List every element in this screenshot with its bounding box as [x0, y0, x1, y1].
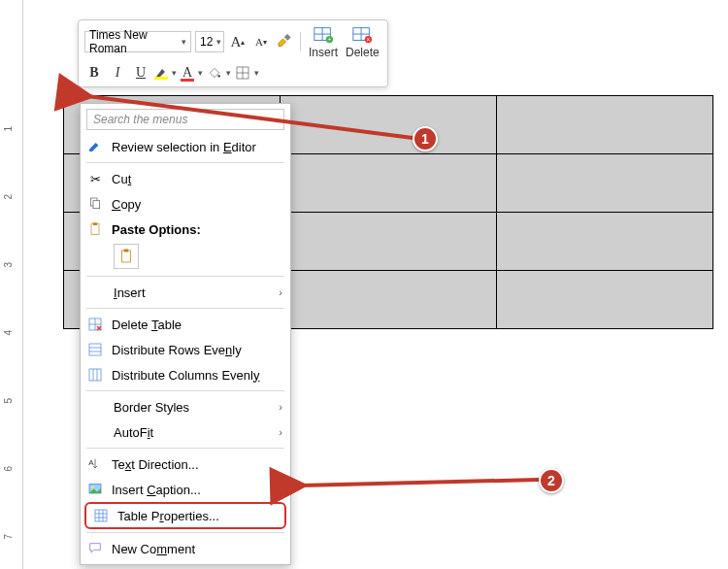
- distribute-rows-icon: [86, 341, 104, 358]
- scissors-icon: ✂: [86, 170, 104, 187]
- menu-label: Table Properties...: [117, 509, 219, 523]
- menu-label: Copy: [112, 197, 141, 212]
- menu-table-properties[interactable]: Table Properties...: [84, 502, 286, 529]
- mini-toolbar: Times New Roman ▾ 12 ▾ A▴ A▾ + Insert × …: [78, 19, 388, 87]
- distribute-cols-icon: [86, 366, 104, 384]
- menu-delete-table[interactable]: Delete Table: [81, 312, 290, 337]
- pen-icon: [86, 138, 104, 155]
- context-menu: Search the menus Review selection in Edi…: [80, 103, 291, 565]
- svg-rect-19: [124, 250, 129, 252]
- font-size-select[interactable]: 12 ▾: [195, 31, 224, 52]
- chevron-down-icon: ▾: [182, 37, 186, 47]
- svg-text:×: ×: [367, 36, 371, 43]
- callout-badge-2: 2: [539, 468, 564, 493]
- ruler-tick: 7: [3, 534, 14, 540]
- svg-rect-16: [91, 224, 99, 235]
- menu-label: Border Styles: [114, 400, 189, 415]
- menu-review-editor[interactable]: Review selection in Editor: [81, 134, 290, 159]
- chevron-down-icon: ▾: [172, 68, 177, 78]
- table-move-handle[interactable]: ✥: [66, 87, 80, 101]
- table-delete-icon: ×: [351, 24, 373, 46]
- paste-options-row: [81, 242, 290, 273]
- shrink-font-button[interactable]: A▾: [251, 32, 271, 51]
- svg-rect-25: [89, 344, 101, 355]
- menu-separator: [86, 390, 284, 391]
- table-insert-icon: +: [313, 24, 334, 46]
- menu-distribute-rows[interactable]: Distribute Rows Evenly: [81, 337, 290, 362]
- ruler-tick: 2: [3, 194, 14, 200]
- table-delete-icon: [86, 316, 104, 333]
- menu-autofit[interactable]: AutoFit ›: [81, 419, 290, 445]
- text-direction-icon: A: [86, 455, 104, 473]
- paste-keep-source-button[interactable]: [114, 244, 139, 269]
- svg-rect-18: [122, 251, 131, 262]
- callout-badge-1: 1: [413, 126, 438, 151]
- menu-insert[interactable]: Insert ›: [81, 280, 290, 305]
- chevron-down-icon: ▾: [226, 68, 231, 78]
- ruler-tick: 5: [3, 398, 14, 404]
- format-painter-button[interactable]: [275, 32, 294, 51]
- font-size-value: 12: [200, 35, 213, 49]
- vertical-ruler: 1 2 3 4 5 6 7: [0, 0, 23, 569]
- menu-separator: [86, 448, 284, 449]
- menu-copy[interactable]: Copy: [81, 191, 290, 217]
- menu-separator: [86, 532, 284, 533]
- insert-cells-button[interactable]: + Insert: [307, 24, 340, 59]
- menu-text-direction[interactable]: A Text Direction...: [81, 452, 290, 477]
- bold-button[interactable]: B: [84, 63, 104, 83]
- chevron-down-icon: ▾: [216, 37, 221, 47]
- search-placeholder: Search the menus: [93, 113, 187, 126]
- font-name-select[interactable]: Times New Roman ▾: [84, 31, 191, 52]
- highlight-swatch: [154, 77, 168, 80]
- svg-rect-28: [89, 369, 101, 381]
- menu-label: AutoFit: [114, 425, 153, 440]
- menu-separator: [86, 162, 284, 163]
- menu-new-comment[interactable]: New Comment: [81, 536, 290, 561]
- font-color-swatch: [181, 79, 194, 82]
- chevron-down-icon: ▾: [198, 68, 203, 78]
- menu-cut[interactable]: ✂ Cut: [81, 166, 290, 191]
- borders-icon: [235, 65, 250, 81]
- svg-point-33: [91, 486, 94, 489]
- menu-label: Insert Caption...: [112, 483, 201, 497]
- delete-label: Delete: [346, 46, 380, 59]
- menu-label: Insert: [114, 285, 146, 300]
- paint-bucket-icon: [207, 65, 222, 81]
- highlight-button[interactable]: ▾: [154, 63, 177, 83]
- menu-label: New Comment: [112, 542, 195, 556]
- underline-button[interactable]: U: [131, 63, 150, 83]
- menu-label: Distribute Columns Evenly: [112, 368, 259, 383]
- chevron-right-icon: ›: [279, 286, 282, 298]
- chevron-right-icon: ›: [279, 426, 282, 438]
- menu-border-styles[interactable]: Border Styles ›: [81, 394, 290, 419]
- menu-label: Delete Table: [112, 318, 182, 332]
- menu-search-input[interactable]: Search the menus: [86, 109, 284, 130]
- grow-font-button[interactable]: A▴: [228, 32, 248, 51]
- svg-rect-34: [95, 510, 107, 521]
- italic-button[interactable]: I: [108, 63, 127, 83]
- borders-button[interactable]: ▾: [235, 63, 259, 83]
- menu-separator: [86, 276, 284, 277]
- menu-label: Review selection in Editor: [112, 140, 256, 154]
- menu-label: Cut: [112, 172, 131, 186]
- insert-label: Insert: [309, 46, 338, 59]
- font-color-button[interactable]: A ▾: [181, 63, 203, 83]
- ruler-tick: 6: [3, 466, 14, 472]
- clipboard-icon: [86, 220, 104, 238]
- paintbrush-icon: [276, 33, 293, 50]
- shading-button[interactable]: ▾: [207, 63, 231, 83]
- menu-label: Distribute Rows Evenly: [112, 343, 242, 357]
- menu-distribute-cols[interactable]: Distribute Columns Evenly: [81, 362, 290, 387]
- chevron-right-icon: ›: [279, 401, 282, 413]
- font-name-value: Times New Roman: [89, 28, 178, 55]
- svg-rect-17: [93, 222, 97, 225]
- separator: [300, 32, 301, 51]
- svg-point-10: [217, 75, 220, 78]
- menu-insert-caption[interactable]: Insert Caption...: [81, 477, 290, 502]
- menu-paste-options: Paste Options:: [81, 217, 290, 242]
- table-properties-icon: [92, 507, 110, 524]
- clipboard-icon: [117, 248, 135, 265]
- chevron-down-icon: ▾: [254, 68, 259, 78]
- delete-cells-button[interactable]: × Delete: [344, 24, 381, 59]
- ruler-tick: 4: [3, 330, 14, 336]
